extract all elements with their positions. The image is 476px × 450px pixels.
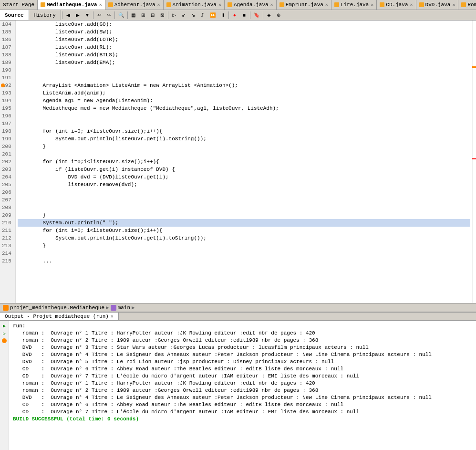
breadcrumb-arrow-1: ▶ bbox=[106, 304, 109, 311]
record-btn[interactable]: ● bbox=[230, 11, 239, 20]
stop-indicator bbox=[2, 338, 7, 343]
tab-adherent[interactable]: Adherent.java ✕ bbox=[105, 0, 164, 10]
tab-label: Emprunt.java bbox=[286, 2, 323, 8]
toggle-btn-2[interactable]: ⊞ bbox=[139, 11, 147, 20]
output-tab[interactable]: Output - Projet_mediatheque (run) ✕ bbox=[0, 313, 119, 320]
breadcrumb-project[interactable]: projet_mediatheque.Mediatheque bbox=[10, 305, 104, 311]
line-number: 211 bbox=[2, 227, 11, 234]
output-line: DVD : Ouvrage n° 4 Titre : Le Seigneur d… bbox=[13, 351, 472, 358]
toolbar-separator bbox=[62, 11, 62, 19]
tab-dvd[interactable]: DVD.java ✕ bbox=[416, 0, 459, 10]
tab-label: Mediatheque.java bbox=[47, 2, 97, 8]
code-line: for (int i=0;i<listeOuvr.size();i++){ bbox=[18, 158, 470, 166]
tab-emprunt[interactable]: Emprunt.java ✕ bbox=[277, 0, 331, 10]
pause-btn[interactable]: ⏸ bbox=[218, 11, 227, 20]
line-number: 212 bbox=[2, 234, 11, 242]
output-btn-bar: ▶ ▷ bbox=[0, 321, 9, 450]
tab-close-icon[interactable]: ✕ bbox=[99, 2, 102, 8]
task-btn-2[interactable]: ⊕ bbox=[274, 11, 283, 20]
tab-animation[interactable]: Animation.java ✕ bbox=[164, 0, 225, 10]
warning-marker bbox=[472, 66, 476, 68]
code-line bbox=[18, 66, 470, 74]
line-number: 188 bbox=[2, 51, 11, 59]
tab-lire[interactable]: Lire.java ✕ bbox=[331, 0, 377, 10]
history-tab[interactable]: History bbox=[29, 10, 61, 20]
code-line: Mediatheque med = new Mediatheque ("Medi… bbox=[18, 105, 470, 112]
redo-button[interactable]: ↪ bbox=[104, 11, 113, 20]
method-icon bbox=[111, 305, 116, 311]
tab-agenda[interactable]: Agenda.java ✕ bbox=[225, 0, 277, 10]
search-button[interactable]: 🔍 bbox=[116, 11, 126, 20]
line-number: 195 bbox=[2, 105, 11, 112]
output-content[interactable]: run: roman : Ouvrage n° 1 Titre : HarryP… bbox=[9, 321, 476, 450]
step-out-btn[interactable]: ⤴ bbox=[198, 11, 207, 20]
code-line bbox=[18, 112, 470, 120]
toggle-btn-3[interactable]: ⊟ bbox=[148, 11, 157, 20]
code-line: listeOuvr.add(GO); bbox=[18, 21, 470, 28]
forward-button[interactable]: ▶ bbox=[73, 11, 82, 20]
continue-btn[interactable]: ⏩ bbox=[208, 11, 217, 20]
line-number: 207 bbox=[2, 196, 11, 204]
line-number: 190 bbox=[2, 66, 11, 74]
tab-close-icon[interactable]: ✕ bbox=[325, 2, 328, 8]
toggle-btn-4[interactable]: ⊠ bbox=[158, 11, 166, 20]
step-over-btn[interactable]: ↘ bbox=[189, 11, 197, 20]
tab-close-icon[interactable]: ✕ bbox=[410, 2, 413, 8]
tab-close-icon[interactable]: ✕ bbox=[270, 2, 273, 8]
undo-button[interactable]: ↩ bbox=[95, 11, 103, 20]
back-button[interactable]: ◀ bbox=[64, 11, 72, 20]
history-button[interactable]: ▼ bbox=[83, 11, 92, 20]
breadcrumb-method[interactable]: main bbox=[118, 305, 130, 311]
tab-label: Lire.java bbox=[341, 2, 369, 8]
output-line: DVD : Ouvrage n° 3 Titre : Star Wars aut… bbox=[13, 344, 472, 351]
code-line bbox=[18, 196, 470, 204]
tab-label: CD.java bbox=[386, 2, 408, 8]
line-number: 184 bbox=[2, 21, 11, 28]
tab-bar: Start Page Mediatheque.java ✕ Adherent.j… bbox=[0, 0, 476, 10]
code-line: Agenda ag1 = new Agenda(ListeAnim); bbox=[18, 97, 470, 105]
toggle-btn-1[interactable]: ▦ bbox=[129, 11, 138, 20]
tab-rom[interactable]: Rom bbox=[458, 0, 476, 10]
output-line: CD : Ouvrage n° 7 Titre : L'école du mic… bbox=[13, 408, 472, 416]
tab-start-page[interactable]: Start Page bbox=[0, 0, 38, 10]
rerun-btn[interactable]: ▷ bbox=[1, 330, 8, 337]
output-panel: Output - Projet_mediatheque (run) ✕ ▶ ▷ … bbox=[0, 312, 476, 450]
source-tab[interactable]: Source bbox=[0, 10, 29, 20]
output-line: roman : Ouvrage n° 1 Titre : HarryPotter… bbox=[13, 380, 472, 387]
code-line: listeOuvr.add(LOTR); bbox=[18, 36, 470, 43]
tab-close-icon[interactable]: ✕ bbox=[452, 2, 455, 8]
tab-close-icon[interactable]: ✕ bbox=[218, 2, 221, 8]
line-number: 215 bbox=[2, 257, 11, 265]
code-content[interactable]: listeOuvr.add(GO); listeOuvr.add(SW); li… bbox=[16, 21, 472, 303]
play-btn[interactable]: ▶ bbox=[1, 323, 8, 329]
code-line: listeOuvr.add(EMA); bbox=[18, 59, 470, 66]
java-file-icon bbox=[334, 2, 339, 7]
stop-btn[interactable]: ■ bbox=[240, 11, 248, 20]
code-line bbox=[18, 150, 470, 158]
line-number: 214 bbox=[2, 250, 11, 257]
output-close-icon[interactable]: ✕ bbox=[111, 314, 114, 319]
task-btn-1[interactable]: ◈ bbox=[265, 11, 273, 20]
java-file-icon bbox=[228, 2, 232, 7]
tab-close-icon[interactable]: ✕ bbox=[157, 2, 160, 8]
line-number: 187 bbox=[2, 43, 11, 51]
line-number: 205 bbox=[2, 181, 11, 188]
code-line: DVD dvd = (DVD)listeOuvr.get(i); bbox=[18, 173, 470, 181]
line-number: 196 bbox=[2, 112, 11, 120]
bookmark-btn[interactable]: 🔖 bbox=[252, 11, 261, 20]
tab-label: Adherent.java bbox=[114, 2, 155, 8]
step-btn[interactable]: ↙ bbox=[179, 11, 188, 20]
code-line: ArrayList <Animation> ListeAnim = new Ar… bbox=[18, 82, 470, 89]
code-line: listeOuvr.remove(dvd); bbox=[18, 181, 470, 188]
tab-mediatheque[interactable]: Mediatheque.java ✕ bbox=[38, 0, 105, 10]
run-debug-btn[interactable]: ▷ bbox=[170, 11, 178, 20]
tab-close-icon[interactable]: ✕ bbox=[371, 2, 373, 8]
toolbar-separator bbox=[93, 11, 93, 19]
tab-cd[interactable]: CD.java ✕ bbox=[377, 0, 416, 10]
line-number: 186 bbox=[2, 36, 11, 43]
line-number: 203 bbox=[2, 166, 11, 173]
code-line: System.out.println(" "); bbox=[18, 219, 470, 227]
code-line: for (int i=0; i<listeOuvr.size();i++){ bbox=[18, 127, 470, 135]
error-column bbox=[472, 21, 476, 303]
output-line: DVD : Ouvrage n° 4 Titre : Le Seigneur d… bbox=[13, 394, 472, 401]
